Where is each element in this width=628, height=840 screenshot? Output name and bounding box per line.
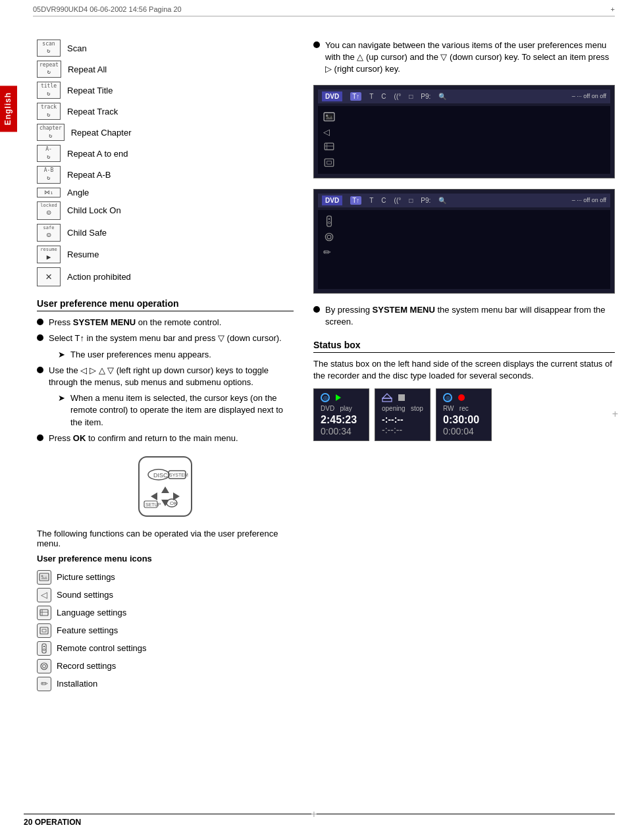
screen-icon-record xyxy=(323,231,605,243)
status-box-dvd-play: ◎ DVD play 2:45:23 0:00:34 xyxy=(313,388,369,441)
status-box-rw-rec: ◎ RW rec 0:30:00 0:00:04 xyxy=(436,388,492,441)
repeat-track-icon-box: track ↻ xyxy=(37,103,61,120)
dvd-play-time1: 2:45:23 xyxy=(321,414,362,426)
bullet-dot xyxy=(37,319,43,325)
pref-icon-installation: ✏ Installation xyxy=(37,677,294,691)
bullet-system-menu: Press SYSTEM MENU on the remote control. xyxy=(37,317,294,328)
stop-icon xyxy=(398,394,405,401)
dvd-label-1: DVD xyxy=(322,92,342,101)
svg-text:SETUP: SETUP xyxy=(145,502,161,507)
bottom-crosshair: + xyxy=(311,808,317,820)
menu-item-t-2: T xyxy=(369,197,373,204)
action-prohibited-label: Action prohibited xyxy=(67,272,131,282)
picture-settings-icon xyxy=(37,570,51,585)
bullet-dot xyxy=(37,334,43,341)
svg-point-39 xyxy=(325,233,332,240)
arrow-text-cursor-keys: When a menu item is selected, the cursor… xyxy=(70,392,294,429)
child-lock-icon-box: locked ☺ xyxy=(37,201,61,219)
record-settings-icon xyxy=(37,659,51,673)
svg-rect-41 xyxy=(382,398,392,402)
bullet-select-ta: Select T↑ in the system menu bar and pre… xyxy=(37,332,294,344)
svg-point-38 xyxy=(328,221,330,223)
repeat-chapter-icon-box: chapter ↻ xyxy=(37,124,65,141)
bullet-cursor-text: Use the ◁ ▷ △ ▽ (left right up down curs… xyxy=(49,365,294,388)
dvd-play-header: ◎ xyxy=(321,393,362,402)
screen-box-1: DVD T↑ T C ((° □ P9: 🔍 – ··· off on off … xyxy=(313,85,615,178)
menu-values-2: – ··· off on off xyxy=(572,197,606,203)
dvd-play-label: DVD play xyxy=(321,405,362,412)
navigate-bullet: You can navigate between the various ite… xyxy=(313,39,615,76)
language-settings-label: Language settings xyxy=(57,608,126,617)
language-settings-icon xyxy=(37,606,51,620)
pref-icon-picture: Picture settings xyxy=(37,570,294,585)
pref-icons-title: User preference menu icons xyxy=(37,554,294,564)
right-column: You can navigate between the various ite… xyxy=(313,39,615,695)
screen-menubar-2: DVD T↑ T C ((° □ P9: 🔍 – ··· off on off xyxy=(318,194,610,207)
system-menu-bullet: By pressing SYSTEM MENU the system menu … xyxy=(313,304,615,328)
dvd-label-2: DVD xyxy=(322,196,342,205)
bullet-system-menu-text: Press SYSTEM MENU on the remote control. xyxy=(49,317,221,328)
page-number: 20 xyxy=(24,818,32,827)
navigate-text: You can navigate between the various ite… xyxy=(325,39,615,76)
icon-row-child-safe: safe ☺ Child Safe xyxy=(37,224,294,242)
bullet-dot-right xyxy=(313,41,320,48)
icon-row-resume: resume ▶ Resume xyxy=(37,246,294,263)
icon-row-angle: ⋈₁ Angle xyxy=(37,188,294,198)
svg-point-25 xyxy=(41,663,47,669)
svg-rect-36 xyxy=(327,216,332,226)
screen-icon-language xyxy=(323,141,605,153)
feature-settings-label: Feature settings xyxy=(57,625,118,635)
scan-label: Scan xyxy=(67,43,87,53)
pref-icons-section: Picture settings ◁ Sound settings Langua… xyxy=(37,570,294,691)
following-text: The following functions can be operated … xyxy=(37,529,294,548)
svg-rect-34 xyxy=(325,159,334,166)
icon-row-action-prohibited: ✕ Action prohibited xyxy=(37,267,294,286)
sound-settings-icon: ◁ xyxy=(37,588,51,602)
icon-row-repeat-ab: A-B ↻ Repeat A-B xyxy=(37,166,294,183)
left-column: scan ↻ Scan repeat ↻ Repeat All title ↻ xyxy=(37,39,294,695)
pref-icon-feature: Feature settings xyxy=(37,623,294,638)
status-boxes-container: ◎ DVD play 2:45:23 0:00:34 opening stop xyxy=(313,388,615,441)
menu-item-sound: ((° xyxy=(394,93,402,100)
repeat-ab-label: Repeat A-B xyxy=(67,170,111,180)
svg-rect-17 xyxy=(40,610,48,616)
arrow-cursor-keys: ➤ When a menu item is selected, the curs… xyxy=(47,392,294,429)
picture-settings-label: Picture settings xyxy=(57,572,115,582)
bullet-press-ok: Press OK to confirm and return to the ma… xyxy=(37,433,294,444)
rw-circle-icon: ◎ xyxy=(443,393,452,402)
record-settings-label: Record settings xyxy=(57,661,116,671)
screen-icon-picture xyxy=(323,111,605,123)
screen-menubar-1: DVD T↑ T C ((° □ P9: 🔍 – ··· off on off xyxy=(318,90,610,103)
sound-settings-label: Sound settings xyxy=(57,590,113,600)
svg-rect-21 xyxy=(42,629,46,632)
icon-row-child-lock: locked ☺ Child Lock On xyxy=(37,201,294,219)
resume-label: Resume xyxy=(67,249,99,259)
screen-icon-feature xyxy=(323,157,605,169)
opening-time2: -:--:-- xyxy=(382,425,423,435)
feature-settings-icon xyxy=(37,623,51,638)
svg-rect-35 xyxy=(327,161,332,164)
menu-item-ta: T↑ xyxy=(350,92,361,101)
menu-item-sub: □ xyxy=(409,93,413,100)
resume-icon-box: resume ▶ xyxy=(37,246,61,263)
repeat-track-label: Repeat Track xyxy=(67,107,118,117)
menu-values-1: – ··· off on off xyxy=(572,93,606,99)
rw-rec-header: ◎ xyxy=(443,393,484,402)
rw-time2: 0:00:04 xyxy=(443,426,484,436)
menu-item-ta-2: T↑ xyxy=(350,196,361,205)
svg-rect-37 xyxy=(328,218,330,219)
remote-control-settings-icon xyxy=(37,641,51,656)
installation-label: Installation xyxy=(57,679,97,689)
right-crosshair: + xyxy=(612,408,618,420)
menu-item-search-2: 🔍 xyxy=(438,197,446,204)
screen-icon-sound: ◁ xyxy=(323,127,605,137)
screen-content-1: ◁ xyxy=(318,106,610,174)
svg-text:SYSTEM: SYSTEM xyxy=(169,473,188,477)
svg-rect-22 xyxy=(42,644,46,653)
installation-icon: ✏ xyxy=(37,677,51,691)
repeat-chapter-label: Repeat Chapter xyxy=(71,128,132,138)
opening-stop-header xyxy=(382,393,423,402)
opening-time1: -:--:-- xyxy=(382,414,423,425)
remote-illustration: DISC SYSTEM OK SETUP xyxy=(37,454,294,519)
child-safe-label: Child Safe xyxy=(67,228,107,238)
